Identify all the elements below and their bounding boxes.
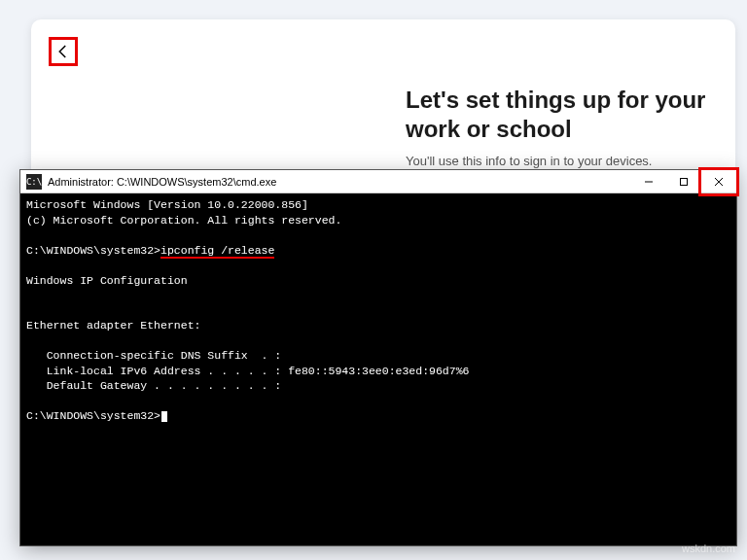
minimize-button[interactable] xyxy=(631,170,666,192)
cmd-line-gateway: Default Gateway . . . . . . . . . : xyxy=(26,379,281,392)
cmd-prompt-2: C:\WINDOWS\system32> xyxy=(26,409,160,422)
svg-rect-1 xyxy=(681,178,688,185)
maximize-icon xyxy=(679,177,689,187)
cmd-window-title: Administrator: C:\WINDOWS\system32\cmd.e… xyxy=(48,176,631,188)
close-icon xyxy=(714,177,724,187)
cmd-titlebar[interactable]: C:\ Administrator: C:\WINDOWS\system32\c… xyxy=(20,170,736,193)
cmd-icon: C:\ xyxy=(26,174,42,190)
arrow-left-icon xyxy=(54,43,72,60)
cmd-line-ipconfig-header: Windows IP Configuration xyxy=(26,274,188,287)
cmd-window: C:\ Administrator: C:\WINDOWS\system32\c… xyxy=(19,169,737,546)
close-button[interactable] xyxy=(701,170,736,192)
cmd-line-ipv6: Link-local IPv6 Address . . . . . : fe80… xyxy=(26,365,469,377)
cmd-line-dns: Connection-specific DNS Suffix . : xyxy=(26,349,281,362)
cmd-line-adapter: Ethernet adapter Ethernet: xyxy=(26,319,200,332)
window-controls xyxy=(631,170,736,192)
cmd-line-version: Microsoft Windows [Version 10.0.22000.85… xyxy=(26,198,308,211)
cmd-prompt-1-command: ipconfig /release xyxy=(160,244,274,257)
oobe-heading: Let's set things up for your work or sch… xyxy=(406,86,717,144)
cmd-prompt-1-path: C:\WINDOWS\system32> xyxy=(26,244,160,257)
oobe-subtitle: You'll use this info to sign in to your … xyxy=(406,154,717,168)
maximize-button[interactable] xyxy=(666,170,701,192)
cmd-cursor xyxy=(161,411,167,422)
cmd-body[interactable]: Microsoft Windows [Version 10.0.22000.85… xyxy=(20,193,736,545)
back-button[interactable] xyxy=(49,37,78,66)
minimize-icon xyxy=(644,177,654,187)
cmd-line-copyright: (c) Microsoft Corporation. All rights re… xyxy=(26,214,341,227)
